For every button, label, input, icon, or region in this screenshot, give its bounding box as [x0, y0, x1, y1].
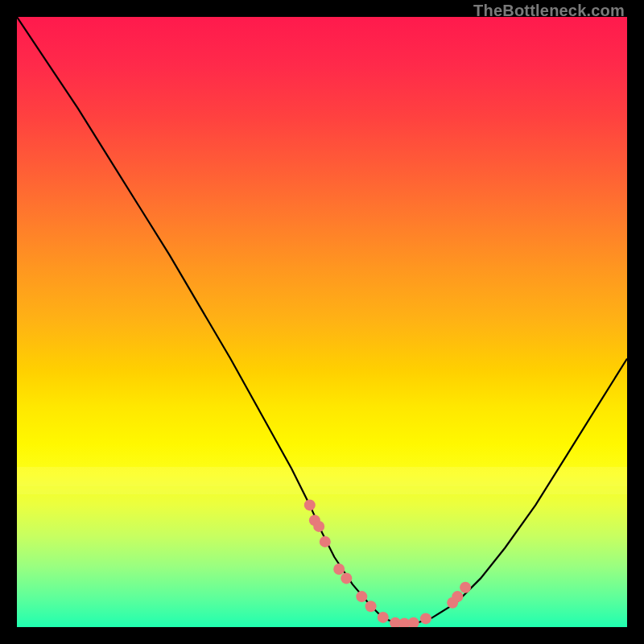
- marker-dot: [313, 521, 324, 532]
- chart-frame: TheBottleneck.com: [0, 0, 644, 644]
- marker-dot: [420, 613, 431, 624]
- bottleneck-curve: [17, 17, 627, 624]
- marker-dot: [320, 536, 331, 547]
- attribution-text: TheBottleneck.com: [473, 2, 625, 20]
- marker-dot: [333, 564, 345, 575]
- marker-dot: [460, 582, 471, 593]
- marker-dots: [304, 499, 471, 627]
- marker-dot: [452, 591, 463, 602]
- marker-dot: [365, 601, 377, 612]
- marker-dot: [378, 612, 389, 623]
- marker-dot: [341, 572, 352, 584]
- marker-dot: [356, 591, 367, 602]
- marker-dot: [304, 499, 316, 510]
- marker-dot: [408, 617, 419, 627]
- curve-layer: [17, 17, 627, 627]
